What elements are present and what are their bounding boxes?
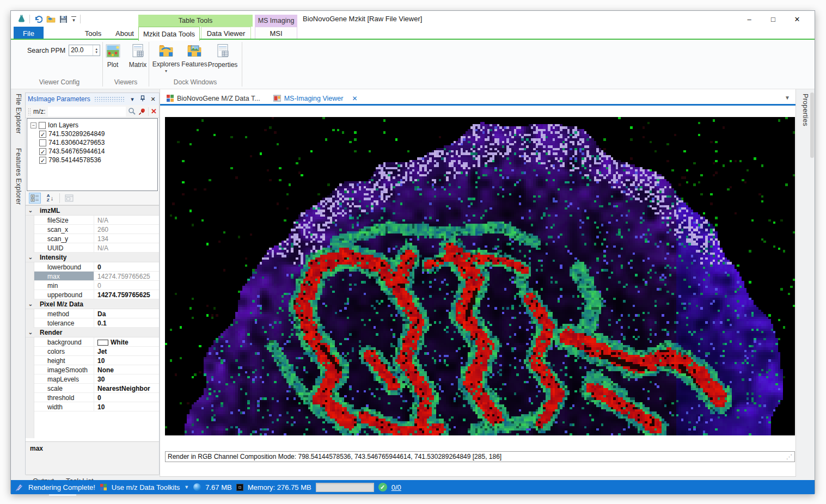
- ion-layers-root[interactable]: − Ion Layers: [30, 121, 157, 130]
- property-row[interactable]: scan_x260: [34, 225, 159, 234]
- ms-image-viewport[interactable]: [165, 117, 795, 435]
- undo-icon[interactable]: [34, 15, 42, 23]
- property-value: 0: [94, 262, 159, 271]
- pin-icon[interactable]: [139, 95, 146, 103]
- property-row[interactable]: colorsJet: [34, 347, 159, 356]
- matrix-button[interactable]: Matrix: [124, 44, 151, 69]
- tab-about[interactable]: About: [110, 27, 139, 40]
- property-row[interactable]: imageSmoothNone: [34, 365, 159, 374]
- sidebar-tab-file-explorer[interactable]: File Explorer: [15, 94, 22, 134]
- property-row[interactable]: lowerbound0: [34, 262, 159, 272]
- property-row[interactable]: max14274.759765625: [34, 272, 159, 281]
- ion-layer-checkbox[interactable]: ✓: [39, 157, 46, 164]
- search-icon[interactable]: [128, 107, 136, 115]
- group-dock-windows: Dock Windows: [149, 78, 242, 86]
- properties-button[interactable]: Properties: [209, 44, 236, 69]
- ion-layer-checkbox[interactable]: [39, 139, 46, 146]
- explorers-dropdown-icon[interactable]: ▾: [165, 70, 167, 72]
- property-row[interactable]: backgroundWhite: [34, 337, 159, 347]
- features-label: Features: [181, 60, 207, 68]
- mz-search-input[interactable]: [48, 107, 126, 116]
- property-row[interactable]: UUIDN/A: [34, 243, 159, 253]
- plot-button[interactable]: Plot: [99, 44, 126, 69]
- ion-mz-label: 798.54144578536: [48, 156, 101, 164]
- chevron-down-icon: ⌄: [27, 207, 34, 213]
- status-bar: Rendering Complete! Use m/z Data Toolkit…: [11, 480, 815, 494]
- ion-layer-item[interactable]: ✓741.530289264849: [30, 130, 157, 138]
- doc-tab-close-icon[interactable]: ✕: [352, 95, 357, 102]
- task-count-link[interactable]: 0/0: [391, 483, 401, 491]
- property-label: method: [34, 309, 94, 318]
- property-row[interactable]: height10: [34, 356, 159, 365]
- color-swatch: [97, 340, 108, 346]
- document-tab-strip: BioNovoGene M/Z Data T... MS-Imaging Vie…: [160, 93, 796, 106]
- panel-close-icon[interactable]: ✕: [149, 96, 157, 103]
- property-value: 0: [94, 281, 159, 290]
- save-icon[interactable]: [59, 15, 68, 23]
- property-row[interactable]: scaleNearestNeighbor: [34, 384, 159, 393]
- tab-mzkit-data-tools[interactable]: Mzkit Data Tools: [138, 27, 200, 41]
- property-row[interactable]: min0: [34, 281, 159, 290]
- maximize-button[interactable]: □: [761, 12, 785, 26]
- tab-data-viewer[interactable]: Data Viewer: [201, 27, 251, 40]
- main-area: File Explorer Features Explorer MsImage …: [11, 89, 815, 480]
- panel-header[interactable]: MsImage Parameters ▾ ✕: [26, 93, 159, 105]
- toolbar-overflow-icon[interactable]: ▾: [71, 16, 76, 22]
- property-category[interactable]: ⌄Intensity: [26, 253, 159, 262]
- sidebar-tab-features-explorer[interactable]: Features Explorer: [15, 148, 22, 205]
- property-value: None: [94, 365, 159, 374]
- ion-layer-checkbox[interactable]: ✓: [39, 131, 46, 138]
- pin-mz-icon[interactable]: [138, 108, 146, 115]
- doc-tab-mz-data[interactable]: BioNovoGene M/Z Data T...: [160, 92, 267, 105]
- cache-size-text: 7.67 MB: [205, 483, 231, 491]
- explorers-button[interactable]: Explorers ▾: [152, 44, 180, 72]
- property-category[interactable]: ⌄Render: [26, 328, 159, 337]
- memory-chip-icon: [236, 484, 243, 491]
- search-ppm-input[interactable]: 20.0 ▲▼: [69, 45, 100, 56]
- ion-layer-item[interactable]: ✓798.54144578536: [30, 156, 157, 164]
- property-row[interactable]: tolerance0.1: [34, 318, 159, 328]
- property-row[interactable]: threshold0: [34, 393, 159, 402]
- clear-search-icon[interactable]: ✕: [151, 107, 157, 115]
- property-category[interactable]: ⌄Pixel M/z Data: [26, 299, 159, 309]
- property-category[interactable]: ⌄imzML: [26, 206, 159, 216]
- tree-collapse-icon[interactable]: −: [30, 122, 36, 128]
- minimize-button[interactable]: –: [737, 12, 761, 26]
- matrix-label: Matrix: [129, 61, 147, 69]
- property-row[interactable]: fileSizeN/A: [34, 216, 159, 225]
- tab-list-dropdown-icon[interactable]: ▼: [785, 95, 790, 101]
- alphabetical-sort-button[interactable]: AZ↓: [44, 193, 56, 204]
- open-folder-icon[interactable]: [46, 15, 56, 23]
- categorized-view-button[interactable]: [29, 193, 41, 204]
- ion-layer-item[interactable]: ✓743.546765944614: [30, 147, 157, 156]
- tab-file[interactable]: File: [14, 27, 44, 40]
- divider: [29, 15, 30, 23]
- property-row[interactable]: methodDa: [34, 309, 159, 318]
- ion-layer-checkbox[interactable]: ✓: [39, 148, 46, 155]
- resize-grip-icon[interactable]: ⋰: [786, 453, 792, 460]
- chevron-down-icon: ⌄: [27, 301, 34, 307]
- tab-tools[interactable]: Tools: [79, 27, 107, 40]
- tab-msi[interactable]: MSI: [255, 27, 297, 40]
- ion-layers-root-checkbox[interactable]: [39, 122, 46, 129]
- property-row[interactable]: upperbound14274.759765625: [34, 290, 159, 299]
- toolkit-menu[interactable]: Use m/z Data Toolkits: [112, 483, 180, 491]
- close-button[interactable]: ✕: [785, 12, 809, 26]
- ion-layer-item[interactable]: 741.630604279653: [30, 138, 157, 147]
- explorers-icon: [158, 44, 174, 58]
- right-scrollbar[interactable]: [810, 93, 814, 158]
- matrix-icon: [131, 44, 145, 58]
- doc-tab-ms-imaging-viewer[interactable]: MS-Imaging Viewer ✕: [267, 92, 364, 105]
- ion-layers-root-label: Ion Layers: [48, 121, 78, 129]
- ms-image-canvas[interactable]: [165, 117, 795, 435]
- property-row[interactable]: mapLevels30: [34, 374, 159, 384]
- property-row[interactable]: width10: [34, 402, 159, 411]
- features-button[interactable]: Features: [181, 44, 208, 68]
- drag-grip-icon: [28, 108, 31, 115]
- property-value: 260: [94, 225, 159, 233]
- property-row[interactable]: scan_y134: [34, 234, 159, 243]
- toolkit-dropdown-icon[interactable]: ▼: [184, 484, 189, 490]
- panel-menu-icon[interactable]: ▾: [129, 96, 136, 103]
- sidebar-tab-properties[interactable]: Properties: [801, 94, 809, 126]
- property-value: Jet: [94, 347, 159, 355]
